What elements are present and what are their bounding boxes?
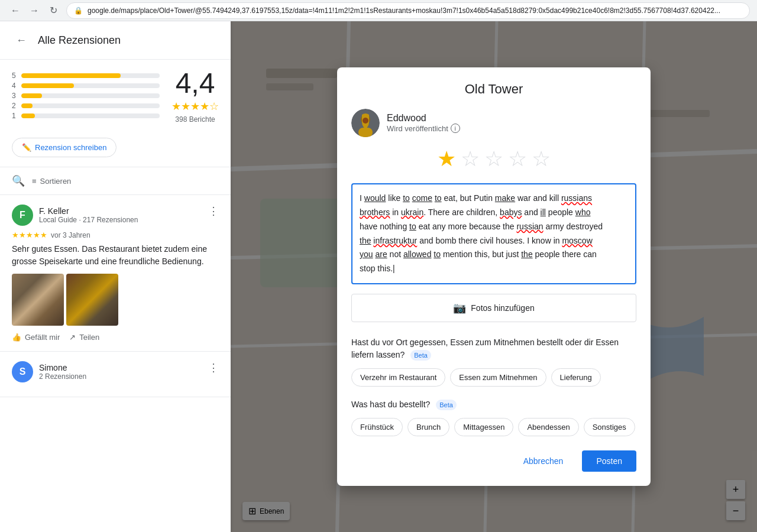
svg-point-18 <box>363 118 368 124</box>
info-icon[interactable]: i <box>451 124 460 133</box>
star-5[interactable]: ☆ <box>532 147 551 171</box>
bar-fill-5 <box>21 73 121 78</box>
sidebar: ← Alle Rezensionen 5 4 3 2 <box>0 21 231 532</box>
more-options-icon-simone[interactable]: ⋮ <box>208 361 219 374</box>
avatar-f-keller: F <box>12 205 33 226</box>
profile-avatar <box>351 109 380 137</box>
option-mittagessen[interactable]: Mittagessen <box>454 418 513 436</box>
sort-icon: ≡ <box>32 177 37 186</box>
bar-bg-1 <box>21 113 160 118</box>
camera-icon: 📷 <box>453 301 466 314</box>
rating-level-2: 2 <box>12 102 17 110</box>
main-area: ← Alle Rezensionen 5 4 3 2 <box>0 21 757 532</box>
forward-button[interactable]: → <box>26 2 43 19</box>
add-photos-button[interactable]: 📷 Fotos hinzufügen <box>351 294 636 322</box>
bar-fill-3 <box>21 93 42 98</box>
address-bar[interactable]: 🔒 google.de/maps/place/Old+Tower/@55.749… <box>66 2 750 19</box>
reviewer-header-simone: S Simone 2 Rezensionen ⋮ <box>12 361 219 382</box>
add-photos-label: Fotos hinzufügen <box>471 303 534 313</box>
rating-summary: 5 4 3 2 1 <box>0 60 231 133</box>
option-lieferung[interactable]: Lieferung <box>551 368 601 387</box>
star-4[interactable]: ☆ <box>508 147 527 171</box>
post-button[interactable]: Posten <box>582 450 636 472</box>
option-mitnehmen[interactable]: Essen zum Mitnehmen <box>450 368 546 387</box>
rating-level-4: 4 <box>12 82 17 90</box>
sidebar-back-button[interactable]: ← <box>12 31 31 50</box>
reviewer-header-f-keller: F F. Keller Local Guide · 217 Rezensione… <box>12 205 219 226</box>
big-rating-count: 398 Berichte <box>172 115 219 124</box>
reload-button[interactable]: ↻ <box>45 2 62 19</box>
svg-rect-17 <box>358 128 373 137</box>
like-label: Gefällt mir <box>25 333 60 342</box>
rating-row-1: 1 <box>12 112 160 120</box>
star-1[interactable]: ★ <box>437 147 456 171</box>
profile-name: Eddwood <box>387 113 460 124</box>
rating-row-5: 5 <box>12 72 160 80</box>
reviewer-details-simone: Simone 2 Rezensionen <box>39 363 86 381</box>
search-sort-bar: 🔍 ≡ Sortieren <box>0 167 231 195</box>
avatar-simone: S <box>12 361 33 382</box>
like-button-f-keller[interactable]: 👍 Gefällt mir <box>12 333 60 342</box>
star-rating-selector: ★ ☆ ☆ ☆ ☆ <box>351 147 636 171</box>
rating-row-3: 3 <box>12 92 160 100</box>
profile-info: Eddwood Wird veröffentlicht i <box>387 113 460 133</box>
rating-row-2: 2 <box>12 102 160 110</box>
option-abendessen[interactable]: Abendessen <box>518 418 578 436</box>
review-textarea-container[interactable]: I would like to come to eat, but Putin m… <box>351 183 636 284</box>
more-options-icon-f-keller[interactable]: ⋮ <box>208 205 219 218</box>
rating-level-3: 3 <box>12 92 17 100</box>
photo-food[interactable] <box>12 274 64 326</box>
option-chips-1: Verzehr im Restaurant Essen zum Mitnehme… <box>351 368 636 387</box>
option-fruehstueck[interactable]: Frühstück <box>351 418 403 436</box>
modal-title: Old Tower <box>351 82 636 97</box>
review-rating-row-f-keller: ★★★★★ vor 3 Jahren <box>12 231 219 239</box>
profile-status: Wird veröffentlicht i <box>387 124 460 133</box>
rating-bars: 5 4 3 2 1 <box>12 72 160 122</box>
rating-level-5: 5 <box>12 72 17 80</box>
bar-fill-1 <box>21 113 35 118</box>
modal-overlay: Old Tower <box>231 21 757 532</box>
write-review-button[interactable]: ✏️ Rezension schreiben <box>12 138 117 157</box>
lock-icon: 🔒 <box>74 7 83 15</box>
cancel-button[interactable]: Abbrechen <box>512 450 575 472</box>
share-button-f-keller[interactable]: ↗ Teilen <box>69 333 99 342</box>
modal-footer: Abbrechen Posten <box>351 450 636 472</box>
photos-strip-f-keller <box>12 274 219 326</box>
reviewer-name-f-keller: F. Keller <box>39 206 138 216</box>
option-sonstiges[interactable]: Sonstiges <box>584 418 635 436</box>
option-brunch[interactable]: Brunch <box>407 418 449 436</box>
star-3[interactable]: ☆ <box>484 147 503 171</box>
reviewer-profile: Eddwood Wird veröffentlicht i <box>351 109 636 137</box>
map-background: + − ⊞ Ebenen Old Tower <box>231 21 757 532</box>
option-verzehr[interactable]: Verzehr im Restaurant <box>351 368 445 387</box>
write-review-label: Rezension schreiben <box>35 143 106 152</box>
back-button[interactable]: ← <box>7 2 24 19</box>
browser-bar: ← → ↻ 🔒 google.de/maps/place/Old+Tower/@… <box>0 0 757 21</box>
bar-bg-5 <box>21 73 160 78</box>
bar-fill-2 <box>21 103 33 108</box>
search-icon[interactable]: 🔍 <box>12 174 25 187</box>
pencil-icon: ✏️ <box>22 143 31 152</box>
question-section-1: Hast du vor Ort gegessen, Essen zum Mitn… <box>351 336 636 387</box>
sort-label: Sortieren <box>40 177 72 186</box>
bar-fill-4 <box>21 83 74 88</box>
photo-interior[interactable] <box>66 274 118 326</box>
sidebar-title: Alle Rezensionen <box>38 34 121 47</box>
review-item-simone: S Simone 2 Rezensionen ⋮ <box>0 352 231 397</box>
sidebar-header: ← Alle Rezensionen <box>0 21 231 60</box>
reviewer-meta-simone: 2 Rezensionen <box>39 372 86 381</box>
beta-badge-1: Beta <box>410 350 431 361</box>
share-icon: ↗ <box>69 333 76 342</box>
review-text-content[interactable]: I would like to come to eat, but Putin m… <box>360 192 628 276</box>
sort-button[interactable]: ≡ Sortieren <box>32 177 71 186</box>
question-section-2: Was hast du bestellt? Beta Frühstück Bru… <box>351 398 636 436</box>
reviewer-details-f-keller: F. Keller Local Guide · 217 Rezensionen <box>39 206 138 224</box>
review-item-f-keller: F F. Keller Local Guide · 217 Rezensione… <box>0 195 231 352</box>
action-bar: ✏️ Rezension schreiben <box>0 133 231 167</box>
star-2[interactable]: ☆ <box>461 147 480 171</box>
browser-nav: ← → ↻ <box>7 2 62 19</box>
thumbs-up-icon: 👍 <box>12 333 21 342</box>
big-rating-stars: ★★★★☆ <box>172 100 219 113</box>
reviewer-info-simone: S Simone 2 Rezensionen <box>12 361 86 382</box>
reviewer-meta-f-keller: Local Guide · 217 Rezensionen <box>39 216 138 224</box>
